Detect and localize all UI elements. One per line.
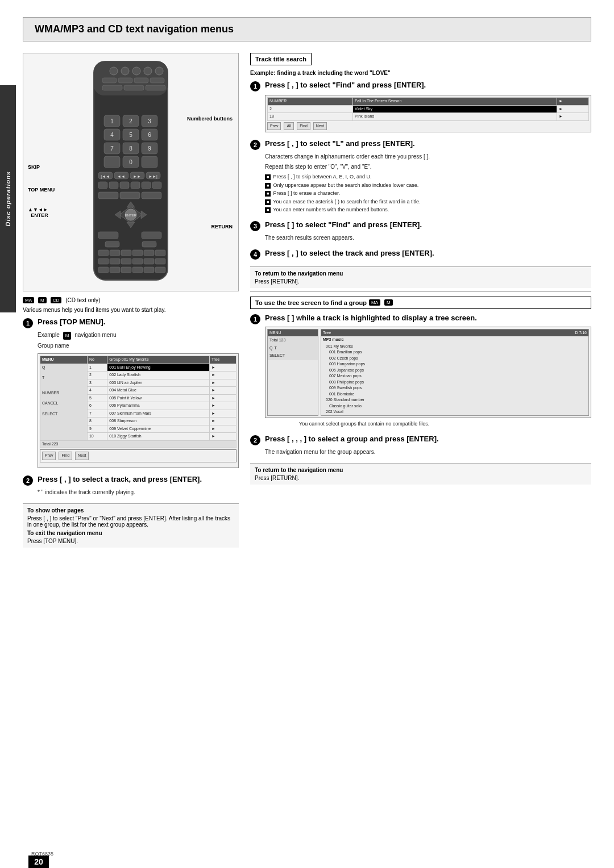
svg-text:4: 4 (110, 132, 114, 138)
s2step2-header: 2 Press [ , ] to select "L" and press [E… (250, 139, 591, 150)
all-btn[interactable]: All (284, 122, 294, 131)
page-container: Disc operations WMA/MP3 and CD text navi… (0, 17, 614, 868)
svg-text:1: 1 (110, 118, 114, 124)
track-search-section: Track title search Example: finding a tr… (250, 53, 591, 76)
sidebar-text: Disc operations (5, 171, 11, 227)
svg-point-6 (155, 67, 163, 75)
top-menu-label: TOP MENU (28, 187, 55, 193)
svg-rect-67 (132, 250, 143, 256)
row9-arrow: ► (210, 425, 237, 433)
s2step1-number: 1 (250, 81, 260, 91)
prev-btn[interactable]: Prev (42, 452, 56, 460)
page-header: WMA/MP3 and CD text navigation menus (23, 17, 591, 41)
section-divider (250, 291, 591, 292)
next-btn2[interactable]: Next (313, 122, 327, 131)
search-row2: 18 Pink Island ► (268, 113, 589, 121)
total-label: Total 223 (40, 440, 237, 448)
note-icon4: ■ (265, 199, 271, 205)
mexican: 007 Mexican pops (321, 373, 588, 379)
row1-no: 1 (87, 364, 107, 372)
section2-step2: 2 Press [ , ] to select "L" and press [E… (250, 139, 591, 214)
menu-header-row: MENU No Group 001 My favorite Tree (40, 356, 237, 364)
sr2-arrow: ► (557, 113, 589, 121)
my-fav: 001 My favorite (321, 344, 588, 350)
row9-name: 009 Velvet Coppermine (107, 425, 210, 433)
find-btn2[interactable]: Find (297, 122, 310, 131)
s2step1-body: NUMBER Fall In The Frozen Season ► 2 Vio… (265, 95, 591, 132)
enter-label: ENTER (28, 212, 48, 218)
svg-rect-12 (124, 85, 144, 90)
row4-no: 4 (87, 387, 107, 395)
row4-name: 004 Metal Glue (107, 387, 210, 395)
svg-rect-79 (132, 267, 143, 273)
tree-col: Tree (210, 356, 237, 364)
svg-rect-72 (121, 258, 131, 264)
s2step2-repeat: Repeat this step to enter "O", "V", and … (265, 162, 591, 171)
page-number: 20 (28, 856, 49, 868)
s2step2-number: 2 (250, 140, 260, 150)
step1-number: 1 (23, 318, 33, 328)
sidebar-label: Disc operations (0, 85, 16, 312)
numbered-buttons-label: Numbered buttons (187, 116, 233, 122)
s2step2-notes: ■ Press [ , ] to skip between A, E, I, O… (265, 173, 591, 214)
return-label: RETURN (211, 224, 233, 229)
svg-rect-44 (98, 182, 107, 189)
svg-rect-51 (120, 192, 140, 199)
svg-text:0: 0 (129, 159, 132, 165)
svg-point-3 (121, 67, 129, 75)
row7-arrow: ► (210, 410, 237, 418)
next-btn[interactable]: Next (75, 452, 89, 460)
cd-badge-row: MA M CD (CD text only) (23, 297, 239, 303)
skip-callout: SKIP (28, 164, 40, 170)
svg-text:◄◄: ◄◄ (117, 174, 125, 178)
step2-title: Press [ , ] to select a track, and press… (38, 475, 202, 485)
s3step1-body: MENU Total 123 Q T SELECT (265, 327, 591, 428)
ma-badge2: MA (369, 299, 380, 306)
menu-labels: Q T NUMBER CANCEL SELECT (40, 364, 88, 440)
svg-rect-78 (121, 267, 131, 273)
svg-text:ENTER: ENTER (125, 214, 137, 217)
row10-name: 010 Ziggy Starfish (107, 433, 210, 441)
s2step2-title: Press [ , ] to select "L" and press [ENT… (265, 139, 415, 149)
cd-badge: CD (51, 297, 62, 303)
row3-no: 3 (87, 379, 107, 387)
svg-rect-62 (105, 241, 119, 247)
s2step4-number: 4 (250, 249, 260, 260)
svg-rect-63 (142, 241, 156, 247)
tree-btn-area: Q T (268, 345, 318, 352)
return-nav-title: To return to the navigation menu (255, 270, 587, 277)
right-column: Track title search Example: finding a tr… (250, 53, 591, 548)
sr2-no: 18 (268, 113, 353, 121)
tree-label: Tree (323, 330, 331, 336)
row10-no: 10 (87, 433, 107, 441)
main-content: 1 2 3 4 5 6 7 8 (23, 53, 591, 548)
menu-row: Q T NUMBER CANCEL SELECT 1 001 Bulli Enj… (40, 364, 237, 372)
row6-arrow: ► (210, 402, 237, 410)
return-nav-text: Press [RETURN]. (255, 278, 587, 285)
section2-step4: 4 Press [ , ] to select the track and pr… (250, 249, 591, 260)
row2-name: 002 Lady Starfish (107, 372, 210, 379)
svg-rect-47 (131, 182, 140, 189)
blomkake: 001 Blomkake (321, 391, 588, 398)
brazilian: 001 Brazilian pops (321, 349, 588, 356)
hungarian: 003 Hungarian pops (321, 361, 588, 368)
prev-btn2[interactable]: Prev (267, 122, 281, 131)
m-badge: M (38, 297, 47, 303)
row8-no: 8 (87, 418, 107, 425)
row6-name: 006 Pyramamma (107, 402, 210, 410)
svg-rect-7 (102, 78, 117, 83)
svg-rect-70 (98, 258, 109, 264)
step2-note: * " indicates the track currently playin… (38, 489, 135, 495)
section3-step1: 1 Press [ ] while a track is highlighted… (250, 314, 591, 428)
svg-rect-77 (110, 267, 120, 273)
note4: ■ You can erase the asterisk ( ) to sear… (265, 198, 591, 206)
svg-point-4 (132, 67, 140, 75)
s3step1-number: 1 (250, 314, 260, 324)
svg-rect-76 (98, 267, 109, 273)
s2step3-header: 3 Press [ ] to select "Find" and press [… (250, 220, 591, 231)
remote-svg: 1 2 3 4 5 6 7 8 (77, 59, 185, 286)
group-col: Group 001 My favorite (107, 356, 210, 364)
tree-total: Total 123 (268, 336, 318, 345)
find-btn[interactable]: Find (59, 452, 72, 460)
svg-rect-32 (104, 156, 120, 168)
